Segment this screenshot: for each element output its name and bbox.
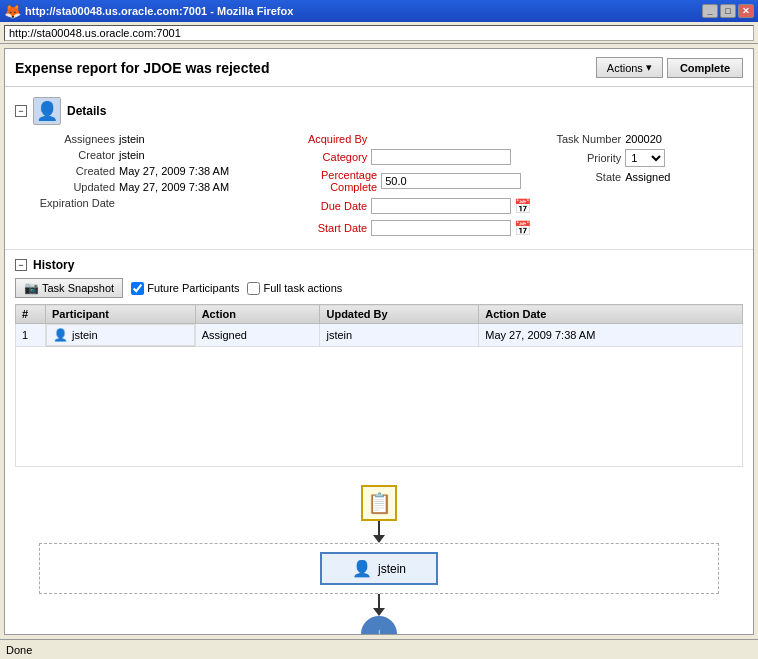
created-field: Created May 27, 2009 7:38 AM <box>25 165 277 177</box>
diagram-user-box: 👤 jstein <box>320 552 438 585</box>
category-field: Category <box>277 149 531 165</box>
window-titlebar: 🦊 http://sta00048.us.oracle.com:7001 - M… <box>0 0 758 22</box>
creator-label: Creator <box>25 149 115 161</box>
updated-field: Updated May 27, 2009 7:38 AM <box>25 181 277 193</box>
main-content: Expense report for JDOE was rejected Act… <box>4 48 754 635</box>
page-title: Expense report for JDOE was rejected <box>15 60 269 76</box>
avatar: 👤 <box>33 97 61 125</box>
acquired-by-label: Acquired By <box>277 133 367 145</box>
snapshot-icon: 📷 <box>24 281 39 295</box>
future-participants-checkbox-label[interactable]: Future Participants <box>131 282 239 295</box>
creator-value: jstein <box>119 149 145 161</box>
task-number-label: Task Number <box>541 133 621 145</box>
left-fields-col: Assignees jstein Creator jstein Created … <box>25 133 277 241</box>
updated-value: May 27, 2009 7:38 AM <box>119 181 229 193</box>
due-date-field: Due Date 📅 <box>277 197 531 215</box>
header-actions: Actions ▾ Complete <box>596 57 743 78</box>
maximize-button[interactable]: □ <box>720 4 736 18</box>
expiration-field: Expiration Date <box>25 197 277 209</box>
middle-fields-col: Acquired By Category Percentage Complete… <box>277 133 531 241</box>
table-row: 1 👤jstein Assigned jstein May 27, 2009 7… <box>16 324 743 347</box>
page-header: Expense report for JDOE was rejected Act… <box>5 49 753 87</box>
history-section: − History 📷 Task Snapshot Future Partici… <box>5 250 753 475</box>
created-value: May 27, 2009 7:38 AM <box>119 165 229 177</box>
address-url[interactable]: http://sta00048.us.oracle.com:7001 <box>4 25 754 41</box>
dropdown-arrow-icon: ▾ <box>646 61 652 74</box>
details-section-title: Details <box>67 104 106 118</box>
category-label: Category <box>277 151 367 163</box>
full-task-actions-checkbox[interactable] <box>247 282 260 295</box>
status-text: Done <box>6 644 32 656</box>
firefox-icon: 🦊 <box>4 3 21 19</box>
diagram-arrow-down-2 <box>373 608 385 616</box>
state-field: State Assigned <box>541 171 743 183</box>
address-bar: http://sta00048.us.oracle.com:7001 <box>0 22 758 44</box>
start-date-field: Start Date 📅 <box>277 219 531 237</box>
right-fields-col: Task Number 200020 Priority 1 2 3 State … <box>531 133 743 241</box>
col-participant: Participant <box>46 305 196 324</box>
assignees-label: Assignees <box>25 133 115 145</box>
details-section: − 👤 Details Assignees jstein Creator jst… <box>5 87 753 250</box>
state-value: Assigned <box>625 171 670 183</box>
col-num: # <box>16 305 46 324</box>
category-input[interactable] <box>371 149 511 165</box>
start-date-label: Start Date <box>277 222 367 234</box>
history-section-title: History <box>33 258 74 272</box>
col-updated-by: Updated By <box>320 305 479 324</box>
minimize-button[interactable]: _ <box>702 4 718 18</box>
diagram-user-icon: 👤 <box>352 559 372 578</box>
history-header: − History <box>15 258 743 272</box>
diagram-end-node: ↓ <box>361 616 397 635</box>
details-fields: Assignees jstein Creator jstein Created … <box>25 133 743 241</box>
percentage-label: Percentage Complete <box>277 169 377 193</box>
created-label: Created <box>25 165 115 177</box>
details-user-area: − 👤 Details <box>15 97 106 125</box>
due-date-label: Due Date <box>277 200 367 212</box>
expiration-label: Expiration Date <box>25 197 115 209</box>
close-button[interactable]: ✕ <box>738 4 754 18</box>
cell-updated-by: jstein <box>320 324 479 347</box>
state-label: State <box>541 171 621 183</box>
percentage-input[interactable] <box>381 173 521 189</box>
priority-field: Priority 1 2 3 <box>541 149 743 167</box>
creator-field: Creator jstein <box>25 149 277 161</box>
col-action-date: Action Date <box>479 305 743 324</box>
assignees-field: Assignees jstein <box>25 133 277 145</box>
due-date-input[interactable] <box>371 198 511 214</box>
col-action: Action <box>195 305 320 324</box>
priority-label: Priority <box>541 152 621 164</box>
cell-action: Assigned <box>195 324 320 347</box>
task-number-value: 200020 <box>625 133 662 145</box>
diagram-arrow-down-1 <box>373 535 385 543</box>
details-collapse-icon[interactable]: − <box>15 105 27 117</box>
diagram-clipboard-icon: 📋 <box>361 485 397 521</box>
history-controls: 📷 Task Snapshot Future Participants Full… <box>15 278 743 298</box>
history-table-header-row: # Participant Action Updated By Action D… <box>16 305 743 324</box>
diagram-user-name: jstein <box>378 562 406 576</box>
history-table-extra-space <box>15 347 743 467</box>
complete-button[interactable]: Complete <box>667 58 743 78</box>
status-bar: Done <box>0 639 758 659</box>
cell-num: 1 <box>16 324 46 347</box>
task-snapshot-button[interactable]: 📷 Task Snapshot <box>15 278 123 298</box>
cell-participant: 👤jstein <box>46 324 195 346</box>
assignees-value: jstein <box>119 133 145 145</box>
task-number-field: Task Number 200020 <box>541 133 743 145</box>
actions-button[interactable]: Actions ▾ <box>596 57 663 78</box>
priority-select[interactable]: 1 2 3 <box>625 149 665 167</box>
start-date-input[interactable] <box>371 220 511 236</box>
diagram-arrow-line-1 <box>378 521 380 535</box>
diagram-arrow-line-2 <box>378 594 380 608</box>
percentage-field: Percentage Complete <box>277 169 531 193</box>
diagram-box-container: 👤 jstein <box>39 543 719 594</box>
due-date-calendar-button[interactable]: 📅 <box>513 197 531 215</box>
full-task-actions-checkbox-label[interactable]: Full task actions <box>247 282 342 295</box>
cell-action-date: May 27, 2009 7:38 AM <box>479 324 743 347</box>
start-date-calendar-button[interactable]: 📅 <box>513 219 531 237</box>
window-title: 🦊 http://sta00048.us.oracle.com:7001 - M… <box>4 3 293 19</box>
updated-label: Updated <box>25 181 115 193</box>
future-participants-checkbox[interactable] <box>131 282 144 295</box>
history-collapse-icon[interactable]: − <box>15 259 27 271</box>
history-table: # Participant Action Updated By Action D… <box>15 304 743 347</box>
window-controls[interactable]: _ □ ✕ <box>702 4 754 18</box>
